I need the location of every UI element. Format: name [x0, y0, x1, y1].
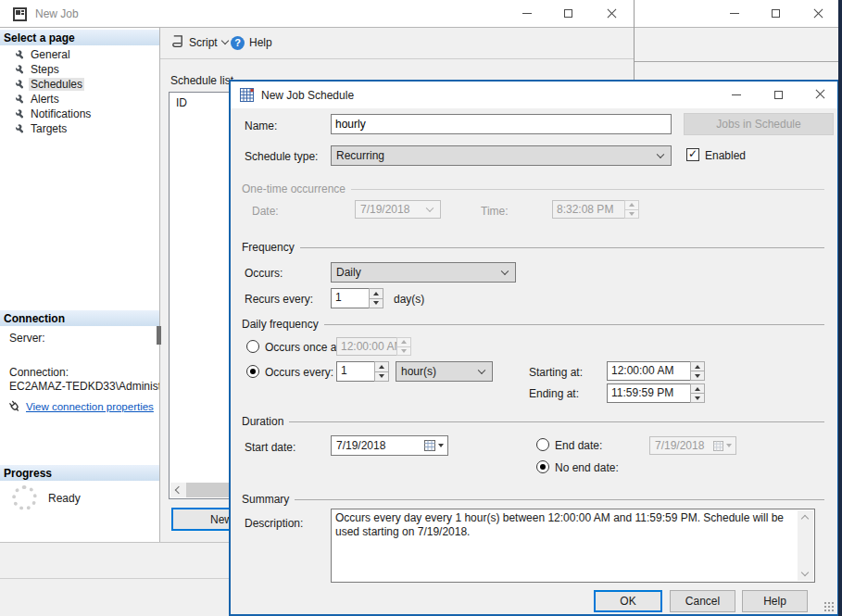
- minimize-button[interactable]: [713, 0, 755, 27]
- spin-down[interactable]: [690, 371, 705, 381]
- connection-header: Connection: [0, 310, 159, 326]
- ending-at-spinner[interactable]: 11:59:59 PM: [607, 383, 705, 403]
- dialog-titlebar: New Job Schedule: [231, 82, 837, 108]
- end-date-picker: 7/19/2018: [649, 436, 736, 455]
- view-connection-properties-link[interactable]: View connection properties: [26, 401, 154, 412]
- sidebar-item-steps[interactable]: Steps: [0, 62, 159, 77]
- spin-down[interactable]: [690, 394, 705, 403]
- server-label: Server:: [9, 332, 45, 345]
- vertical-scrollbar[interactable]: [798, 510, 813, 581]
- dialog-title: New Job Schedule: [261, 89, 354, 102]
- occurs-label: Occurs:: [245, 267, 283, 280]
- occurs-once-label: Occurs once at:: [265, 341, 343, 354]
- schedule-list-label: Schedule list: [170, 74, 233, 87]
- background-window-toolbar-strip: [635, 28, 838, 62]
- sidebar-item-alerts[interactable]: Alerts: [0, 92, 159, 107]
- maximize-button[interactable]: [760, 82, 797, 107]
- description-text: Occurs every day every 1 hour(s) between…: [335, 511, 794, 539]
- occurs-once-radio[interactable]: [246, 340, 259, 353]
- end-date-label: End date:: [555, 439, 602, 452]
- one-time-time-spinner: 8:32:08 PM: [552, 200, 639, 219]
- script-icon: [170, 34, 184, 51]
- recurs-every-spinner[interactable]: 1: [331, 288, 383, 308]
- schedule-type-dropdown[interactable]: Recurring: [331, 145, 672, 166]
- maximize-icon: [772, 9, 780, 18]
- calendar-dropdown-button: [713, 441, 735, 451]
- sidebar-item-targets[interactable]: Targets: [0, 121, 159, 136]
- close-icon: [813, 9, 823, 19]
- summary-group: Summary: [242, 493, 824, 506]
- wrench-icon: [12, 64, 23, 75]
- close-button[interactable]: [801, 82, 838, 107]
- no-end-date-radio[interactable]: [536, 460, 549, 473]
- sidebar-item-notifications[interactable]: Notifications: [0, 107, 159, 121]
- minimize-button[interactable]: [718, 82, 755, 107]
- close-icon: [815, 90, 824, 99]
- cancel-button[interactable]: Cancel: [670, 590, 735, 612]
- duration-group: Duration: [242, 415, 824, 428]
- occurs-every-radio[interactable]: [246, 365, 259, 378]
- select-a-page-header: Select a page: [0, 30, 159, 45]
- recurs-every-label: Recurs every:: [245, 293, 313, 306]
- name-input[interactable]: [331, 114, 672, 134]
- spin-up[interactable]: [690, 361, 705, 371]
- jobs-in-schedule-button[interactable]: Jobs in Schedule: [684, 113, 834, 135]
- scroll-down-icon[interactable]: [801, 569, 809, 576]
- starting-at-spinner[interactable]: 12:00:00 AM: [607, 361, 705, 381]
- splitter-grip[interactable]: [157, 326, 161, 345]
- daily-frequency-group: Daily frequency: [242, 318, 824, 331]
- no-end-date-label: No end date:: [555, 461, 619, 474]
- spin-up[interactable]: [690, 383, 705, 394]
- connection-label: Connection:: [9, 366, 69, 379]
- script-button[interactable]: Script: [168, 31, 231, 54]
- wrench-icon: [12, 79, 23, 90]
- chevron-down-icon: [501, 268, 509, 275]
- sidebar-item-schedules[interactable]: Schedules: [0, 77, 159, 92]
- help-button[interactable]: ? Help: [228, 31, 275, 54]
- minimize-icon: [522, 13, 532, 14]
- description-label: Description:: [245, 517, 303, 530]
- enabled-label: Enabled: [705, 149, 746, 162]
- wrench-icon: [12, 108, 23, 119]
- enabled-checkbox[interactable]: [686, 148, 699, 161]
- help-question-icon: ?: [231, 36, 245, 50]
- spin-up[interactable]: [369, 288, 383, 299]
- spinner-ring-icon: [12, 485, 37, 510]
- spin-down[interactable]: [369, 299, 383, 309]
- name-label: Name:: [245, 119, 277, 132]
- end-date-radio[interactable]: [536, 438, 549, 451]
- maximize-button[interactable]: [547, 0, 589, 27]
- spin-down: [396, 347, 411, 357]
- sidebar-item-general[interactable]: General: [0, 47, 159, 62]
- help-button[interactable]: Help: [742, 590, 808, 612]
- close-icon: [607, 9, 616, 19]
- one-time-occurrence-group: One-time occurrence: [242, 182, 824, 195]
- toolbar: Script ? Help: [159, 28, 634, 59]
- scroll-up-icon[interactable]: [801, 515, 809, 522]
- minimize-button[interactable]: [506, 0, 547, 27]
- close-button[interactable]: [589, 0, 633, 27]
- occurs-dropdown[interactable]: Daily: [331, 262, 516, 283]
- occurs-every-spinner[interactable]: 1: [336, 361, 389, 382]
- spin-down[interactable]: [374, 372, 389, 383]
- description-textarea[interactable]: Occurs every day every 1 hour(s) between…: [331, 509, 815, 583]
- close-button[interactable]: [797, 0, 838, 27]
- calendar-grid-icon: [240, 88, 254, 105]
- start-date-picker[interactable]: 7/19/2018: [331, 435, 448, 456]
- dropdown-arrow-icon: [726, 444, 732, 447]
- resize-grip[interactable]: [823, 601, 834, 611]
- calendar-icon: [424, 440, 435, 451]
- chevron-down-icon: [478, 367, 485, 374]
- chevron-down-icon: [426, 205, 434, 212]
- maximize-icon: [564, 9, 572, 18]
- form-icon: [13, 7, 27, 24]
- sidebar-divider: [159, 28, 160, 542]
- maximize-button[interactable]: [755, 0, 797, 27]
- connection-properties-icon: [7, 399, 21, 416]
- spin-up[interactable]: [374, 361, 389, 372]
- scroll-left-button[interactable]: [170, 483, 185, 497]
- calendar-dropdown-button[interactable]: [424, 440, 447, 451]
- ok-button[interactable]: OK: [594, 590, 662, 612]
- occurs-every-unit-dropdown[interactable]: hour(s): [396, 361, 493, 382]
- new-job-schedule-dialog: New Job Schedule Name: Jobs in Schedule …: [229, 80, 839, 616]
